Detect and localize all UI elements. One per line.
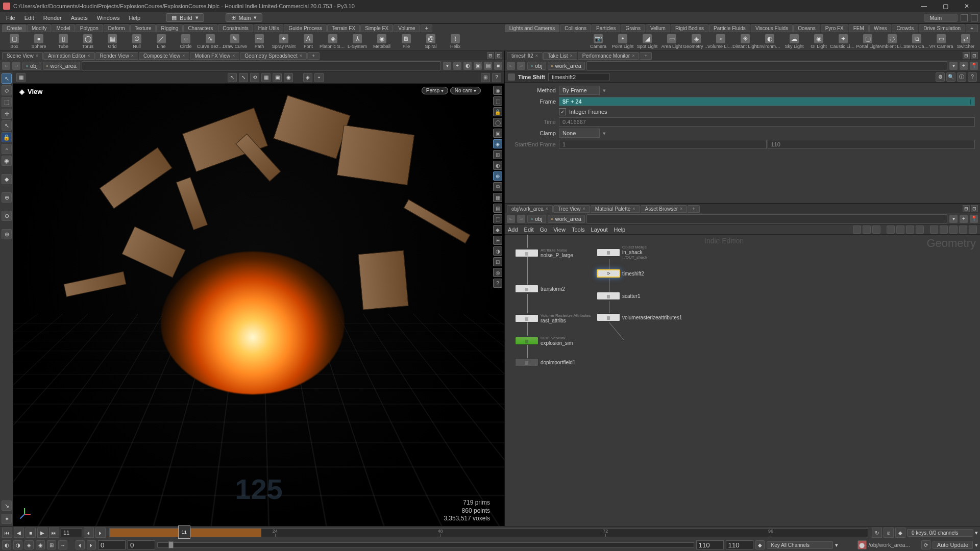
tab-scene-view[interactable]: Scene View× <box>2 52 43 60</box>
shelf-tool-file[interactable]: 🗎File <box>395 34 418 49</box>
shelf-tool-camera[interactable]: 📷Camera <box>587 34 609 49</box>
tab-timeshift2[interactable]: timeshift2× <box>507 52 543 60</box>
shelf-tool-null[interactable]: ∅Null <box>126 34 148 49</box>
parm-frame-field[interactable]: $F + 24| <box>559 97 975 106</box>
vp-side-icon-7[interactable]: ◐ <box>493 161 502 170</box>
step-fwd-button[interactable]: ⏵ <box>95 528 106 538</box>
shelf-tool-grid[interactable]: ▦Grid <box>101 34 124 49</box>
net-menu-go[interactable]: Go <box>540 227 548 233</box>
vp-side-icon-9[interactable]: ⧉ <box>493 182 502 191</box>
net-path-input[interactable] <box>586 214 947 223</box>
vp-help-button[interactable]: ? <box>492 73 501 82</box>
vp-side-icon-16[interactable]: ⊡ <box>493 257 502 266</box>
tab-perfmon[interactable]: Performance Monitor× <box>578 52 640 60</box>
shelf-tool-spot-light[interactable]: ◢Spot Light <box>636 34 658 49</box>
net-tool-8[interactable] <box>930 226 938 234</box>
tab-plus-parm[interactable]: + <box>640 52 652 60</box>
shelf-tool-path[interactable]: ⤳Path <box>248 34 271 49</box>
node-inshack[interactable]: ||| Object Mergein_shack../OUT_shack <box>597 245 647 260</box>
parm-info-icon[interactable]: ⓘ <box>957 72 966 82</box>
shelf-tab-polygon[interactable]: Polygon <box>76 24 103 32</box>
chan-icon-6[interactable]: → <box>58 540 67 549</box>
vp-left-tool-1[interactable]: ◇ <box>2 85 12 95</box>
shelf-tab-characters[interactable]: Characters <box>183 24 217 32</box>
minimize-button[interactable]: — <box>914 1 934 12</box>
tab-motionfx[interactable]: Motion FX View× <box>190 52 239 60</box>
vp-layout-button[interactable]: ▦ <box>16 73 26 82</box>
vp-side-icon-3[interactable]: ◯ <box>493 118 502 127</box>
shelf-tab-wires[interactable]: Wires <box>869 24 892 32</box>
net-chev[interactable]: ▾ <box>949 215 958 223</box>
net-path-wa[interactable]: ▫work_area <box>548 215 585 223</box>
tab-composite[interactable]: Composite View× <box>139 52 189 60</box>
shelf-tool-volume-light[interactable]: ▫Volume Light <box>709 34 732 49</box>
vp-side-icon-2[interactable]: 🔒 <box>493 107 502 116</box>
chan-icon-1[interactable]: ◐ <box>2 540 11 549</box>
network-canvas[interactable]: Geometry Indie Edition ||| Attribute Noi… <box>505 235 980 526</box>
shelf-tab-particles[interactable]: Particles <box>592 24 620 32</box>
path-box-button[interactable]: ▣ <box>474 62 482 70</box>
net-pin-icon[interactable]: 📍 <box>970 215 978 223</box>
vp-tool-8[interactable]: ▪ <box>314 73 324 82</box>
tab-asset-browser[interactable]: Asset Browser× <box>641 205 688 213</box>
shelf-tab-plus-left[interactable]: + <box>421 24 433 32</box>
shelf-tool-draw-curve[interactable]: ✎Draw Curve <box>224 34 246 49</box>
shelf-tab-plus-right[interactable]: + <box>966 24 978 32</box>
nocam-dropdown[interactable]: No cam ▾ <box>450 87 481 94</box>
net-tool-9[interactable] <box>940 226 948 234</box>
parm-back[interactable]: ← <box>507 62 515 70</box>
net-menu-edit[interactable]: Edit <box>524 227 534 233</box>
shelf-tool-font[interactable]: AFont <box>297 34 320 49</box>
close-icon[interactable]: × <box>546 206 548 211</box>
vp-left-tool-2[interactable]: ⬚ <box>2 97 12 107</box>
chan-icon-7[interactable]: ⏴ <box>76 540 85 549</box>
net-tool-11[interactable] <box>959 226 967 234</box>
path-obj[interactable]: ▫obj <box>22 62 41 70</box>
vp-side-icon-0[interactable]: ◉ <box>493 86 502 95</box>
desktop-menu[interactable] <box>971 14 978 21</box>
net-menu-tools[interactable]: Tools <box>572 227 585 233</box>
vp-side-icon-5[interactable]: ◈ <box>493 139 502 148</box>
close-icon[interactable]: × <box>36 53 38 58</box>
net-menu-layout[interactable]: Layout <box>591 227 608 233</box>
desktop-dropdown[interactable] <box>961 14 968 21</box>
parm-pin-icon[interactable]: 📍 <box>970 62 978 70</box>
shelf-tab-terrainfx[interactable]: Terrain FX <box>327 24 360 32</box>
close-icon[interactable]: × <box>535 53 538 58</box>
vp-tool-2[interactable]: ⤡ <box>239 73 248 82</box>
menu-help[interactable]: Help <box>125 14 144 22</box>
parm-intframes-check[interactable]: ✓ <box>559 108 566 115</box>
vp-side-icon-17[interactable]: ◎ <box>493 268 502 277</box>
desk-main[interactable]: ⊞ Main ▾ <box>226 13 263 22</box>
net-menu-view[interactable]: View <box>553 227 566 233</box>
parm-clamp-dropdown[interactable]: None <box>559 129 600 138</box>
axis-gizmo[interactable] <box>17 507 33 522</box>
vp-tool-6[interactable]: ◉ <box>284 73 293 82</box>
persp-dropdown[interactable]: Persp ▾ <box>422 87 448 94</box>
vp-left-tool-7[interactable]: ◉ <box>2 156 12 166</box>
shelf-tool-distant-light[interactable]: ☀Distant Light <box>734 34 756 49</box>
path-circle-button[interactable]: ◐ <box>463 62 472 70</box>
shelf-tool-gi-light[interactable]: ◉GI Light <box>807 34 830 49</box>
net-menu-add[interactable]: Add <box>508 227 518 233</box>
node-sim[interactable]: ||| DOP Networkexplosion_sim <box>515 336 573 346</box>
close-icon[interactable]: × <box>232 53 235 58</box>
parm-path-wa[interactable]: ▫work_area <box>548 62 585 70</box>
shelf-tool-box[interactable]: ▢Box <box>3 34 26 49</box>
vp-side-icon-11[interactable]: ▤ <box>493 204 502 213</box>
shelf-tool-point-light[interactable]: •Point Light <box>611 34 634 49</box>
parm-method-dropdown[interactable]: By Frame <box>559 86 600 95</box>
pane-pin[interactable]: ⊟ <box>963 52 970 59</box>
chan-icon-4[interactable]: ◉ <box>36 540 45 549</box>
vp-side-icon-8[interactable]: ⊕ <box>493 171 502 181</box>
shelf-tool-vr-camera[interactable]: ▭VR Camera <box>930 34 952 49</box>
step-back-button[interactable]: ⏴ <box>84 528 94 538</box>
path-fill-button[interactable]: ■ <box>494 62 502 70</box>
vp-left-tool-15[interactable]: ⊗ <box>2 229 12 239</box>
shelf-tab-rigid[interactable]: Rigid Bodies <box>671 24 708 32</box>
chan-icon-2[interactable]: ◑ <box>13 540 22 549</box>
parm-path-obj[interactable]: ▫obj <box>527 62 546 70</box>
close-button[interactable]: ✕ <box>957 1 977 12</box>
chan-icon-5[interactable]: ⊞ <box>47 540 56 549</box>
shelf-tool-circle[interactable]: ○Circle <box>175 34 197 49</box>
